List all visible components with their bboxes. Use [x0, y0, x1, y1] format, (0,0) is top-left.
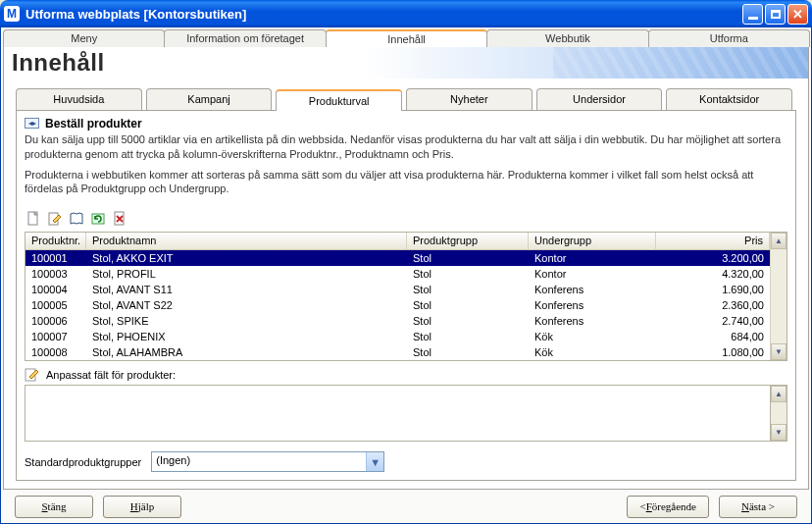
next-button[interactable]: Nästa >: [719, 496, 797, 518]
scroll-down-icon[interactable]: ▼: [771, 424, 787, 441]
chevron-down-icon[interactable]: ▼: [366, 452, 383, 471]
main-tab-information-om-företaget[interactable]: Information om företaget: [164, 29, 326, 47]
product-table: Produktnr. Produktnamn Produktgrupp Unde…: [25, 232, 787, 361]
col-undergrupp[interactable]: Undergrupp: [529, 233, 656, 249]
main-tab-innehåll[interactable]: Innehåll: [326, 29, 487, 47]
toolbar: [25, 208, 787, 232]
table-row[interactable]: 100007Stol, PHOENIXStolKök684,00: [25, 329, 770, 344]
scroll-down-icon[interactable]: ▼: [771, 343, 787, 360]
sub-tab-undersidor[interactable]: Undersidor: [536, 88, 663, 110]
table-scrollbar[interactable]: ▲ ▼: [770, 233, 787, 360]
page-heading: Innehåll: [12, 49, 105, 77]
book-icon[interactable]: [68, 210, 85, 228]
section-paragraph-1: Du kan sälja upp till 5000 artiklar via …: [25, 132, 787, 162]
table-header: Produktnr. Produktnamn Produktgrupp Unde…: [25, 233, 770, 250]
sub-tabs: HuvudsidaKampanjProdukturvalNyheterUnder…: [16, 88, 796, 110]
window-title: Utforma webbplats [Kontorsbutiken]: [25, 7, 742, 22]
help-button[interactable]: Hjälp: [103, 496, 181, 518]
sub-tab-nyheter[interactable]: Nyheter: [406, 88, 533, 110]
sub-tab-produkturval[interactable]: Produkturval: [276, 89, 402, 111]
custom-field-textarea[interactable]: [25, 385, 771, 442]
sub-tab-kampanj[interactable]: Kampanj: [146, 88, 273, 110]
main-tab-utforma[interactable]: Utforma: [648, 29, 810, 47]
table-row[interactable]: 100004Stol, AVANT S11StolKonferens1.690,…: [25, 282, 770, 297]
edit-doc-icon[interactable]: [46, 210, 64, 228]
sub-tab-huvudsida[interactable]: Huvudsida: [16, 88, 142, 110]
col-produktnamn[interactable]: Produktnamn: [86, 233, 407, 249]
table-row[interactable]: 100005Stol, AVANT S22StolKonferens2.360,…: [25, 297, 770, 313]
table-row[interactable]: 100008Stol, ALAHAMBRAStolKök1.080,00: [25, 344, 770, 360]
scroll-up-icon[interactable]: ▲: [771, 233, 787, 249]
sub-tab-kontaktsidor[interactable]: Kontaktsidor: [666, 88, 792, 110]
default-group-label: Standardproduktgrupper: [25, 456, 141, 468]
previous-button[interactable]: < Föregående: [627, 496, 709, 518]
custom-field-label: Anpassat fält för produkter:: [46, 369, 176, 381]
collapse-icon[interactable]: ◂▸: [25, 118, 39, 129]
col-pris[interactable]: Pris: [656, 233, 770, 249]
main-tab-webbutik[interactable]: Webbutik: [486, 29, 648, 47]
edit-field-icon[interactable]: [25, 367, 40, 383]
textarea-scrollbar[interactable]: ▲ ▼: [771, 385, 787, 442]
table-row[interactable]: 100003Stol, PROFILStolKontor4.320,00: [25, 266, 770, 282]
table-row[interactable]: 100001Stol, AKKO EXITStolKontor3.200,00: [25, 250, 770, 266]
section-paragraph-2: Produkterna i webbutiken kommer att sort…: [25, 168, 787, 197]
default-group-select[interactable]: (Ingen) ▼: [151, 451, 384, 472]
maximize-button[interactable]: [765, 4, 786, 25]
main-tab-meny[interactable]: Meny: [3, 29, 165, 47]
close-page-button[interactable]: Stäng: [15, 496, 93, 518]
scroll-up-icon[interactable]: ▲: [771, 386, 787, 402]
col-produktgrupp[interactable]: Produktgrupp: [407, 233, 529, 249]
table-row[interactable]: 100006Stol, SPIKEStolKonferens2.740,00: [25, 313, 770, 329]
title-bar: M Utforma webbplats [Kontorsbutiken] ✕: [0, 0, 812, 27]
banner-decoration: [553, 47, 808, 79]
app-icon: M: [4, 6, 20, 22]
delete-icon[interactable]: [111, 210, 128, 228]
col-produktnr[interactable]: Produktnr.: [25, 233, 86, 249]
close-button[interactable]: ✕: [787, 4, 808, 25]
footer: Stäng Hjälp < Föregående Nästa >: [1, 490, 811, 523]
refresh-icon[interactable]: [89, 210, 107, 228]
banner: Innehåll: [3, 47, 809, 79]
default-group-value: (Ingen): [152, 452, 366, 471]
section-title: Beställ produkter: [45, 117, 142, 131]
new-doc-icon[interactable]: [25, 210, 42, 228]
minimize-button[interactable]: [742, 4, 763, 25]
main-tabs: MenyInformation om företagetInnehållWebb…: [3, 29, 809, 47]
